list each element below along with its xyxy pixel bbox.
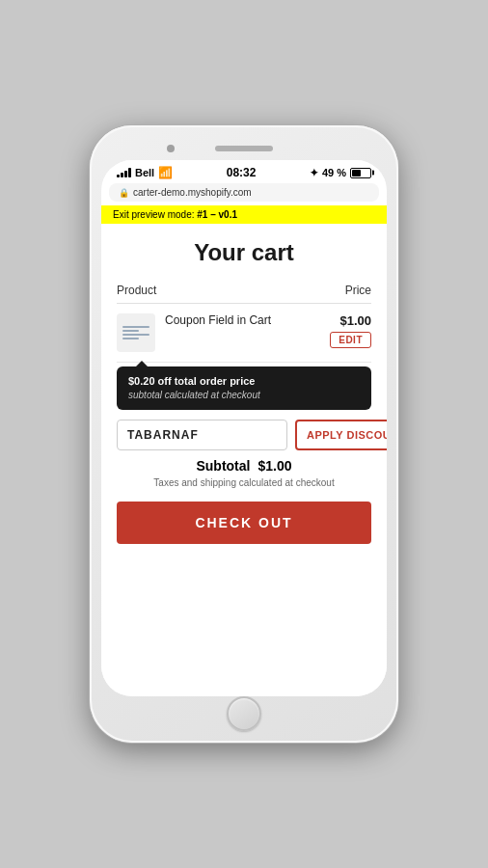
tax-note: Taxes and shipping calculated at checkou… bbox=[117, 477, 371, 488]
discount-main: $0.20 off total order price bbox=[128, 374, 360, 389]
col-price: Price bbox=[345, 284, 371, 297]
coupon-input[interactable] bbox=[117, 420, 287, 450]
url-text: carter-demo.myshopify.com bbox=[133, 187, 252, 198]
cart-title: Your cart bbox=[117, 224, 371, 278]
cart-table-header: Product Price bbox=[117, 278, 371, 304]
discount-sub: subtotal calculated at checkout bbox=[128, 389, 360, 402]
phone-top-bar bbox=[101, 137, 387, 160]
col-product: Product bbox=[117, 284, 156, 297]
edit-button[interactable]: EDIT bbox=[330, 332, 371, 348]
subtotal-label: Subtotal bbox=[196, 458, 250, 474]
checkout-button[interactable]: CHECK OUT bbox=[117, 502, 371, 544]
status-bar: Bell 📶 08:32 ✦ 49 % bbox=[101, 160, 387, 183]
item-price: $1.00 bbox=[339, 313, 371, 328]
signal-icon bbox=[117, 168, 131, 177]
preview-label: Exit preview mode: bbox=[113, 209, 194, 220]
preview-banner[interactable]: Exit preview mode: #1 – v0.1 bbox=[101, 205, 387, 224]
item-thumbnail bbox=[117, 313, 155, 352]
lock-icon: 🔒 bbox=[119, 188, 129, 198]
cart-item: Coupon Field in Cart $1.00 EDIT bbox=[117, 304, 371, 363]
status-left: Bell 📶 bbox=[117, 166, 173, 179]
battery-pct: 49 % bbox=[322, 167, 346, 178]
item-price-edit: $1.00 EDIT bbox=[330, 313, 371, 348]
coupon-row: APPLY DISCOUNT bbox=[117, 420, 371, 450]
screen-wrapper: Bell 📶 08:32 ✦ 49 % 🔒 carter-demo.myshop… bbox=[101, 160, 387, 696]
bluetooth-icon: ✦ bbox=[310, 167, 318, 179]
url-bar[interactable]: 🔒 carter-demo.myshopify.com bbox=[109, 183, 379, 202]
carrier-label: Bell bbox=[135, 167, 154, 178]
clock: 08:32 bbox=[227, 166, 257, 179]
phone-frame: Bell 📶 08:32 ✦ 49 % 🔒 carter-demo.myshop… bbox=[90, 125, 398, 743]
status-right: ✦ 49 % bbox=[310, 167, 371, 179]
wifi-icon: 📶 bbox=[158, 166, 173, 179]
home-button[interactable] bbox=[227, 696, 261, 731]
discount-tooltip: $0.20 off total order price subtotal cal… bbox=[117, 366, 371, 410]
camera bbox=[167, 145, 175, 152]
apply-discount-button[interactable]: APPLY DISCOUNT bbox=[295, 420, 387, 450]
preview-version: #1 – v0.1 bbox=[197, 209, 237, 220]
speaker bbox=[215, 146, 273, 151]
battery-icon bbox=[350, 168, 371, 178]
phone-bottom bbox=[101, 696, 387, 731]
subtotal-value: $1.00 bbox=[258, 458, 291, 474]
subtotal-row: Subtotal $1.00 bbox=[117, 458, 371, 474]
cart-content: Your cart Product Price Coupon Field in … bbox=[101, 224, 387, 696]
